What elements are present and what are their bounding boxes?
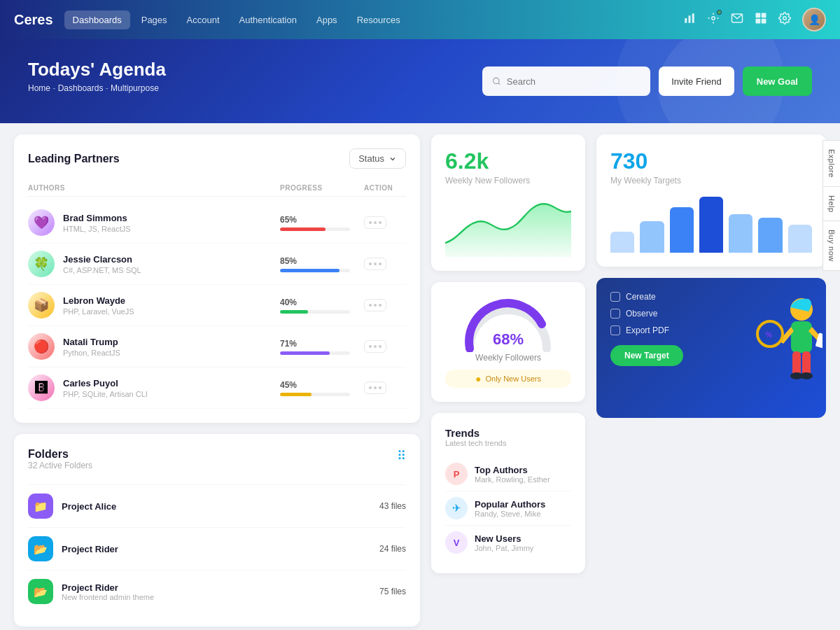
bar-item: [758, 218, 782, 253]
trends-card: Trends Latest tech trends P Top Authors …: [431, 413, 585, 573]
list-item: ✈ Popular Authors Randy, Steve, Mike: [445, 491, 571, 526]
trend-name: Popular Authors: [475, 499, 545, 510]
weekly-targets-chart: [610, 197, 812, 253]
invite-friend-button[interactable]: Invite Friend: [659, 66, 734, 96]
trends-title: Trends: [445, 427, 571, 439]
message-icon[interactable]: [731, 12, 743, 27]
gauge-chart: 68%: [459, 296, 557, 349]
svg-rect-0: [685, 18, 687, 23]
sidebar-tab-buynow[interactable]: Buy now: [822, 221, 840, 271]
followers-chart: [445, 194, 571, 257]
action-dots[interactable]: [364, 340, 386, 353]
nav-link-pages[interactable]: Pages: [133, 10, 176, 29]
sidebar-tab-help[interactable]: Help: [822, 187, 840, 222]
partner-avatar: 💜: [28, 209, 55, 236]
chart-icon[interactable]: [683, 12, 696, 27]
partner-skills: PHP, Laravel, VueJS: [63, 307, 134, 316]
nav-links: Dashboards Pages Account Authentication …: [64, 10, 683, 29]
progress-col: 71%: [280, 339, 364, 355]
promo-card: Cereate Observe Export PDF New Target: [596, 278, 826, 418]
avatar[interactable]: 👤: [802, 8, 826, 31]
folder-icon: 📂: [28, 579, 53, 604]
promo-option-export[interactable]: Export PDF: [610, 326, 812, 335]
table-row: 📦 Lebron Wayde PHP, Laravel, VueJS 40%: [28, 285, 406, 326]
header-actions: Invite Friend New Goal: [482, 66, 812, 96]
brand-logo: Ceres: [14, 12, 53, 28]
promo-option-observe[interactable]: Observe: [610, 309, 812, 318]
middle-column: 6.2k Weekly New Followers: [431, 134, 585, 626]
folder-files: 43 files: [379, 501, 406, 511]
weekly-targets-card: 730 My Weekly Targets: [596, 134, 826, 267]
action-dots[interactable]: [364, 382, 386, 394]
search-input[interactable]: [507, 76, 640, 87]
new-target-button[interactable]: New Target: [610, 345, 683, 366]
action-dots[interactable]: [364, 299, 386, 312]
bar-item: [729, 214, 752, 253]
partner-name: Natali Trump: [63, 337, 120, 347]
new-goal-button[interactable]: New Goal: [743, 66, 812, 96]
nav-link-account[interactable]: Account: [178, 10, 228, 29]
gauge-percentage: 68%: [493, 330, 524, 349]
status-dropdown[interactable]: Status: [349, 148, 406, 169]
action-dots[interactable]: [364, 216, 386, 229]
partner-info: 🔴 Natali Trump Python, ReactJS: [28, 333, 280, 360]
navbar: Ceres Dashboards Pages Account Authentic…: [0, 0, 840, 39]
folder-files: 24 files: [379, 544, 406, 554]
svg-point-3: [712, 17, 715, 20]
bar-item: [788, 225, 812, 253]
svg-point-13: [783, 17, 787, 20]
svg-rect-9: [756, 13, 761, 18]
col-action: Action: [364, 184, 406, 192]
partner-info: 🍀 Jessie Clarcson C#, ASP.NET, MS SQL: [28, 251, 280, 277]
followers-label: Weekly New Followers: [445, 176, 571, 186]
svg-rect-11: [756, 19, 761, 24]
partner-avatar: 🅱: [28, 374, 55, 401]
content-wrapper: Leading Partners Status Authors Progress…: [0, 123, 840, 630]
bar-item: [699, 197, 723, 253]
trend-icon-1: P: [445, 463, 468, 485]
list-item: 📁 Project Alice 43 files: [28, 484, 406, 527]
leading-partners-header: Leading Partners Status: [28, 148, 406, 169]
folder-icon: 📁: [28, 493, 53, 519]
header-banner: Todays' Agenda Home - Dashboards - Multi…: [0, 39, 840, 123]
nav-link-auth[interactable]: Authentication: [231, 10, 305, 29]
partner-avatar: 📦: [28, 292, 55, 318]
svg-line-15: [498, 83, 500, 84]
folders-dots-icon[interactable]: ⠿: [397, 448, 406, 463]
partner-skills: C#, ASP.NET, MS SQL: [63, 266, 141, 274]
svg-rect-10: [762, 13, 766, 18]
grid-icon[interactable]: [755, 12, 767, 27]
trend-desc: Mark, Rowling, Esther: [475, 475, 550, 484]
list-item: 📂 Project Rider 24 files: [28, 527, 406, 570]
folder-icon: 📂: [28, 536, 53, 561]
col-authors: Authors: [28, 184, 280, 192]
promo-checkbox-observe[interactable]: [610, 309, 620, 318]
promo-checkbox-create[interactable]: [610, 292, 620, 302]
svg-point-14: [493, 78, 499, 83]
nav-icons: 👤: [683, 8, 826, 31]
folder-info: 📂 Project Rider New frontend admin theme: [28, 579, 154, 604]
promo-checkbox-export[interactable]: [610, 326, 620, 335]
followers-card: 6.2k Weekly New Followers: [431, 134, 585, 271]
search-box[interactable]: [482, 66, 650, 96]
sidebar-tab-explore[interactable]: Explore: [822, 140, 840, 187]
progress-pct: 71%: [280, 339, 364, 349]
weekly-targets-label: My Weekly Targets: [610, 176, 812, 186]
folders-card: Folders 32 Active Folders ⠿ 📁 Project Al…: [14, 434, 420, 626]
trend-name: New Users: [475, 533, 533, 544]
action-dots[interactable]: [364, 258, 386, 270]
followers-stat: 6.2k: [445, 148, 571, 174]
settings-icon[interactable]: [778, 12, 791, 27]
partner-info: 🅱 Carles Puyol PHP, SQLite, Artisan CLI: [28, 374, 280, 401]
nav-link-dashboards[interactable]: Dashboards: [64, 10, 130, 29]
nav-link-apps[interactable]: Apps: [308, 10, 346, 29]
progress-col: 40%: [280, 298, 364, 314]
sparkle-icon[interactable]: [707, 12, 720, 27]
partner-avatar: 🍀: [28, 251, 55, 277]
nav-link-resources[interactable]: Resources: [349, 10, 409, 29]
gauge-card: 68% Weekly Followers ● Only New Users: [431, 282, 585, 402]
table-row: 💜 Brad Simmons HTML, JS, ReactJS 65%: [28, 202, 406, 244]
folder-name: Project Rider: [62, 544, 118, 554]
partner-skills: PHP, SQLite, Artisan CLI: [63, 390, 148, 398]
promo-option-create[interactable]: Cereate: [610, 292, 812, 302]
